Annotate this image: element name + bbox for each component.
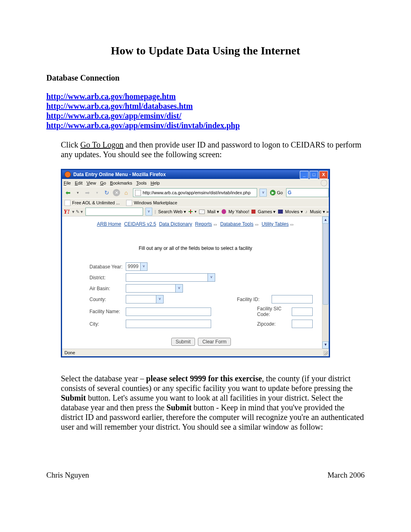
nav-database-tools[interactable]: Database Tools	[220, 221, 253, 227]
reload-button[interactable]: ↻	[102, 188, 111, 197]
vertical-scrollbar[interactable]: ▲ ▼	[322, 216, 329, 349]
menu-bookmarks[interactable]: Bookmarks	[110, 181, 132, 185]
label-zipcode: Zipcode:	[257, 321, 289, 327]
bookmark-aol[interactable]: Free AOL & Unlimited ...	[64, 200, 120, 206]
maximize-button[interactable]: □	[309, 171, 318, 179]
label-database-year: Database Year:	[89, 264, 126, 270]
dropdown-icon: ▭	[290, 222, 294, 227]
plus-icon[interactable]	[189, 210, 192, 214]
label-air-basin: Air Basin:	[89, 286, 126, 291]
submit-button[interactable]: Submit	[171, 338, 195, 346]
yahoo-movies[interactable]: Movies ▾	[285, 209, 303, 214]
pencil-icon[interactable]: ▾ ✎ ▾	[72, 209, 83, 214]
yahoo-search-dropdown[interactable]: v	[145, 208, 152, 216]
footer-author: Chris Nguyen	[46, 471, 89, 479]
yahoo-toolbar: Y! ▾ ✎ ▾ v | Search Web ▾ ▾ Mail ▾ My Ya…	[62, 207, 329, 216]
footer-date: March 2006	[328, 471, 365, 480]
label-district: District:	[89, 275, 126, 281]
yahoo-music[interactable]: Music ▾ »	[310, 209, 329, 214]
yahoo-games[interactable]: Games ▾	[258, 209, 276, 214]
firefox-icon	[64, 171, 71, 178]
yahoo-mail[interactable]: Mail ▾	[207, 209, 219, 214]
input-facility-id[interactable]	[272, 295, 313, 303]
search-box[interactable]: G	[286, 188, 329, 197]
chevron-down-icon: v	[208, 274, 215, 281]
movies-icon	[278, 210, 282, 214]
go-button[interactable]: ▶Go	[270, 190, 283, 195]
select-database-year[interactable]: 9999v	[126, 262, 147, 271]
yahoo-music-label: Music	[310, 209, 322, 214]
menu-file[interactable]: File	[64, 181, 71, 185]
input-zipcode[interactable]	[292, 320, 313, 328]
select-county[interactable]: v	[126, 295, 164, 303]
navigation-toolbar: ⬅ ▼ ➡ ▼ ↻ ✕ ⌂ http://www.arb.ca.gov/app/…	[62, 187, 329, 198]
menu-tools[interactable]: Tools	[136, 181, 147, 185]
go-label: Go	[277, 190, 283, 195]
yahoo-movies-label: Movies	[285, 209, 299, 214]
yahoo-my[interactable]: My Yahoo!	[228, 209, 249, 214]
label-county: County:	[89, 297, 126, 302]
app-nav-bar: ARB Home CEIDARS v2.5 Data Dictionary Re…	[62, 216, 329, 227]
label-facility-id: Facility ID:	[237, 297, 269, 302]
label-facility-name: Facility Name:	[89, 309, 126, 314]
back-button[interactable]: ⬅	[64, 188, 73, 197]
bookmark-windows-marketplace[interactable]: Windows Marketplace	[126, 200, 177, 206]
yahoo-search-input[interactable]	[85, 208, 143, 216]
browser-window: Data Entry Online Menu - Mozilla Firefox…	[61, 169, 330, 357]
link-invtab-index[interactable]: http://www.arb.ca.gov/app/emsinv/dist/in…	[46, 121, 240, 130]
form-instruction: Fill out any or all of the fields below …	[62, 245, 329, 251]
input-city[interactable]	[126, 320, 211, 328]
bookmark-label: Windows Marketplace	[134, 200, 177, 205]
scroll-down-icon[interactable]: ▼	[322, 341, 329, 349]
link-databases[interactable]: http://www.arb.ca.gov/html/databases.htm	[46, 102, 193, 110]
menu-help[interactable]: Help	[151, 181, 160, 185]
input-facility-name[interactable]	[126, 308, 211, 316]
window-titlebar: Data Entry Online Menu - Mozilla Firefox…	[62, 170, 329, 179]
dropdown-icon: ▭	[255, 222, 259, 227]
select-air-basin[interactable]: v	[126, 284, 183, 293]
page-icon	[126, 200, 132, 206]
nav-utility-tables[interactable]: Utility Tables	[262, 221, 289, 227]
paragraph-instructions: Select the database year – please select…	[61, 374, 365, 432]
yahoo-searchweb-label: Search Web	[158, 209, 182, 214]
close-button[interactable]: X	[319, 171, 328, 179]
menu-edit[interactable]: Edit	[75, 181, 83, 185]
page-icon	[64, 200, 71, 206]
chevron-down-icon: v	[156, 295, 163, 303]
page-footer: Chris Nguyen March 2006	[46, 471, 365, 480]
address-bar[interactable]: http://www.arb.ca.gov/app/emsinv/dist/in…	[133, 188, 257, 197]
forward-button[interactable]: ➡	[83, 188, 92, 197]
nav-ceidars[interactable]: CEIDARS v2.5	[124, 221, 156, 227]
back-dropdown[interactable]: ▼	[73, 188, 82, 197]
clear-form-button[interactable]: Clear Form	[198, 338, 231, 346]
forward-dropdown[interactable]: ▼	[93, 188, 102, 197]
yahoo-logo-icon[interactable]: Y!	[64, 208, 70, 215]
status-bar: Done	[62, 349, 329, 356]
scroll-up-icon[interactable]: ▲	[322, 216, 329, 224]
bookmarks-toolbar: Free AOL & Unlimited ... Windows Marketp…	[62, 198, 329, 207]
link-emsinv-dist[interactable]: http://www.arb.ca.gov/app/emsinv/dist/	[46, 111, 181, 120]
link-homepage[interactable]: http://www.arb.ca.gov/homepage.htm	[46, 92, 176, 101]
yahoo-games-label: Games	[258, 209, 272, 214]
yahoo-searchweb[interactable]: Search Web ▾	[158, 209, 186, 214]
throbber-icon	[321, 180, 327, 186]
scroll-thumb[interactable]	[323, 223, 328, 305]
nav-data-dictionary[interactable]: Data Dictionary	[159, 221, 192, 227]
nav-reports[interactable]: Reports	[195, 221, 212, 227]
address-url: http://www.arb.ca.gov/app/emsinv/dist/in…	[143, 190, 251, 195]
resize-grip-icon[interactable]	[323, 351, 328, 355]
address-dropdown[interactable]: v	[259, 189, 267, 197]
label-sic-code: Facility SIC Code:	[257, 306, 289, 317]
stop-button[interactable]: ✕	[112, 188, 121, 197]
input-sic-code[interactable]	[292, 308, 313, 316]
home-button[interactable]: ⌂	[122, 188, 131, 197]
menu-bar: File Edit View Go Bookmarks Tools Help	[62, 179, 329, 187]
search-icon: G	[288, 190, 291, 195]
select-district[interactable]: v	[126, 273, 215, 282]
minimize-button[interactable]: _	[300, 171, 309, 179]
nav-arb-home[interactable]: ARB Home	[97, 221, 121, 227]
menu-go[interactable]: Go	[100, 181, 106, 185]
label-city: City:	[89, 321, 126, 327]
menu-view[interactable]: View	[87, 181, 96, 185]
games-icon	[251, 210, 255, 214]
